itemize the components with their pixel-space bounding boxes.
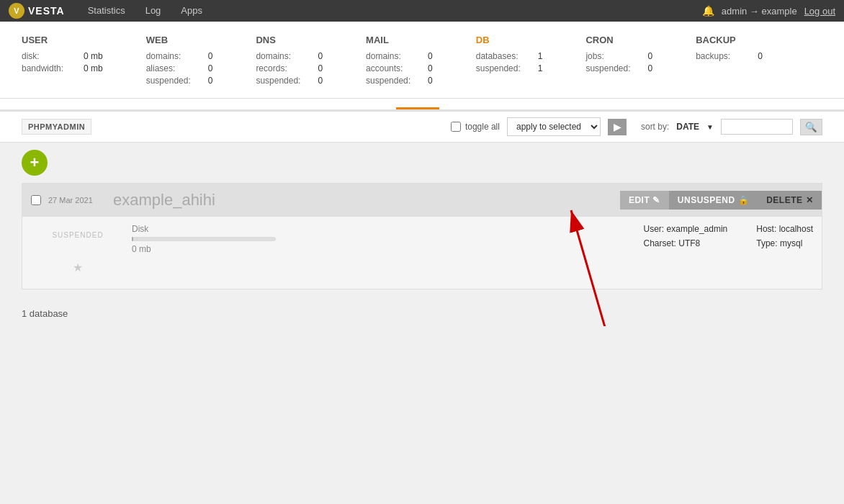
nav-link-log[interactable]: Log — [135, 0, 171, 22]
stat-value: 0 mb — [84, 51, 103, 61]
disk-bar-fill — [132, 237, 133, 241]
stat-row: databases: 1 — [476, 51, 543, 61]
stats-db-heading: DB — [476, 35, 543, 45]
stat-value: 1 — [538, 63, 543, 73]
stat-label: records: — [256, 63, 313, 73]
stat-label: suspended: — [476, 63, 534, 73]
stat-label: domains: — [146, 51, 204, 61]
disk-label: Disk — [132, 224, 637, 234]
stat-row: jobs: 0 — [585, 51, 652, 61]
stat-value: 0 — [318, 63, 323, 73]
stat-value: 0 — [647, 51, 652, 61]
stat-row: suspended: 0 — [585, 63, 652, 73]
db-info-charset: Charset: UTF8 — [644, 238, 728, 248]
stat-row: records: 0 — [256, 63, 323, 73]
stats-user: USER disk: 0 mb bandwidth: 0 mb — [22, 35, 103, 88]
type-value: mysql — [780, 238, 802, 248]
stat-value: 0 — [428, 51, 433, 61]
db-card-disk: Disk 0 mb — [125, 224, 644, 282]
type-label: Type: — [756, 238, 777, 248]
edit-label: EDIT — [629, 195, 650, 205]
stats-backup: BACKUP backups: 0 — [696, 35, 763, 88]
add-button-wrap: + — [22, 150, 822, 176]
stats-web-heading: WEB — [146, 35, 213, 45]
db-count-number: 1 — [22, 308, 27, 319]
stats-dns: DNS domains: 0 records: 0 suspended: 0 — [256, 35, 323, 88]
active-tab-indicator — [396, 107, 439, 109]
sort-arrow-icon[interactable]: ▼ — [706, 123, 714, 131]
toolbar: PHPMYADMIN toggle all apply to selected … — [0, 112, 844, 143]
toggle-all-checkbox[interactable] — [451, 122, 461, 132]
search-input[interactable] — [721, 119, 793, 135]
db-count-label-text: database — [30, 308, 68, 319]
edit-icon: ✎ — [652, 195, 660, 205]
stat-label: suspended: — [146, 76, 204, 86]
stats-backup-heading: BACKUP — [696, 35, 763, 45]
unsuspend-label: UNSUSPEND — [678, 195, 735, 205]
db-info-user: User: example_admin — [644, 224, 728, 234]
apply-go-button[interactable]: ▶ — [608, 119, 627, 135]
stat-label: bandwidth: — [22, 63, 79, 73]
stat-value: 0 — [647, 63, 652, 73]
stat-row: domains: 0 — [366, 51, 433, 61]
db-info-type: Type: mysql — [756, 238, 813, 248]
host-label: Host: — [756, 224, 776, 234]
sort-value: DATE — [676, 122, 699, 132]
logo-text: VESTA — [28, 5, 65, 17]
delete-label: DELETE — [766, 195, 802, 205]
stat-row: disk: 0 mb — [22, 51, 103, 61]
db-info-col-right: Host: localhost Type: mysql — [756, 224, 813, 282]
lock-icon: 🔒 — [738, 195, 750, 205]
delete-button[interactable]: DELETE ✕ — [758, 191, 822, 210]
db-card-checkbox[interactable] — [31, 195, 41, 205]
disk-value: 0 mb — [132, 244, 637, 254]
stat-label: jobs: — [585, 51, 643, 61]
stat-value: 0 — [208, 63, 213, 73]
db-card-date: 27 Mar 2021 — [48, 196, 106, 204]
nav-link-apps[interactable]: Apps — [171, 0, 212, 22]
db-card-body: SUSPENDED ★ Disk 0 mb User: example_admi… — [22, 217, 822, 289]
unsuspend-button[interactable]: UNSUSPEND 🔒 — [669, 191, 758, 210]
nav-left: V VESTA Statistics Log Apps — [9, 0, 212, 22]
stat-value: 0 — [208, 51, 213, 61]
add-database-button[interactable]: + — [22, 150, 48, 176]
stat-label: suspended: — [256, 76, 313, 86]
db-card-info: User: example_admin Charset: UTF8 Host: … — [644, 224, 813, 282]
search-icon: 🔍 — [805, 122, 817, 132]
db-card: 27 Mar 2021 example_ahihi EDIT ✎ UNSUSPE… — [22, 183, 822, 289]
stat-label: accounts: — [366, 63, 423, 73]
db-card-suspended: SUSPENDED ★ — [31, 224, 125, 282]
disk-bar-bg — [132, 237, 276, 241]
stat-label: suspended: — [366, 76, 423, 86]
user-label: User: — [644, 224, 665, 234]
stat-row: domains: 0 — [146, 51, 213, 61]
toggle-all-label: toggle all — [465, 122, 500, 132]
user-value: example_admin — [667, 224, 728, 234]
charset-label: Charset: — [644, 238, 676, 248]
stat-value: 1 — [538, 51, 543, 61]
db-count: 1 database — [0, 297, 844, 326]
stat-row: suspended: 0 — [256, 76, 323, 86]
stats-mail-heading: MAIL — [366, 35, 433, 45]
nav-right: 🔔 admin → example Log out — [702, 5, 835, 17]
nav-link-statistics[interactable]: Statistics — [78, 0, 135, 22]
stat-label: backups: — [696, 51, 753, 61]
stats-dns-heading: DNS — [256, 35, 323, 45]
search-button[interactable]: 🔍 — [800, 119, 822, 135]
stat-value: 0 — [428, 63, 433, 73]
stat-label: databases: — [476, 51, 534, 61]
db-card-container: 27 Mar 2021 example_ahihi EDIT ✎ UNSUSPE… — [22, 183, 822, 289]
stat-row: backups: 0 — [696, 51, 763, 61]
stat-row: suspended: 0 — [146, 76, 213, 86]
stats-mail: MAIL domains: 0 accounts: 0 suspended: 0 — [366, 35, 433, 88]
edit-button[interactable]: EDIT ✎ — [620, 191, 669, 210]
phpmyadmin-button[interactable]: PHPMYADMIN — [22, 119, 91, 135]
stats-cron: CRON jobs: 0 suspended: 0 — [585, 35, 652, 88]
logout-button[interactable]: Log out — [804, 6, 835, 17]
stat-value: 0 — [318, 76, 323, 86]
charset-value: UTF8 — [678, 238, 700, 248]
apply-select[interactable]: apply to selected — [507, 117, 601, 136]
db-info-host: Host: localhost — [756, 224, 813, 234]
logo-letter: V — [14, 6, 19, 15]
logo: V VESTA — [9, 3, 65, 19]
